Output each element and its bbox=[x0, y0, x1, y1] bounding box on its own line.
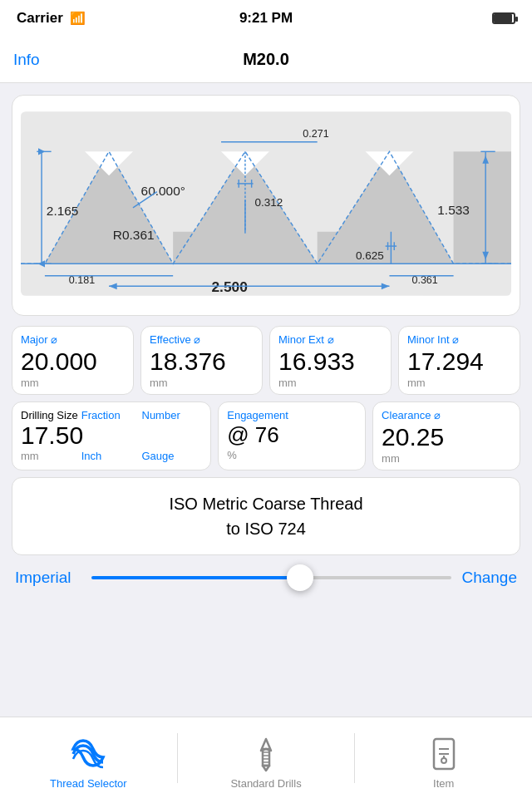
minor-ext-label: Minor Ext ⌀ bbox=[278, 333, 382, 346]
svg-text:0.181: 0.181 bbox=[69, 274, 95, 286]
svg-text:2.500: 2.500 bbox=[211, 278, 247, 295]
svg-text:0.361: 0.361 bbox=[411, 274, 437, 286]
number-label: Number bbox=[142, 409, 203, 421]
svg-text:2.165: 2.165 bbox=[47, 204, 79, 218]
svg-text:R0.361: R0.361 bbox=[113, 228, 155, 242]
slider-thumb[interactable] bbox=[287, 564, 313, 591]
tab-standard-drills-label: Standard Drills bbox=[230, 777, 301, 790]
engagement-card: Engagement @ 76 % bbox=[218, 401, 366, 470]
engagement-value: @ 76 bbox=[227, 423, 357, 447]
fraction-label: Fraction bbox=[81, 409, 142, 421]
description-card: ISO Metric Coarse Threadto ISO 724 bbox=[12, 477, 520, 555]
wifi-icon: 📶 bbox=[70, 11, 86, 26]
status-bar: Carrier 📶 9:21 PM bbox=[0, 0, 532, 37]
clearance-label: Clearance ⌀ bbox=[382, 409, 511, 421]
engagement-unit: % bbox=[227, 449, 357, 461]
clearance-card: Clearance ⌀ 20.25 mm bbox=[372, 401, 520, 470]
engagement-label: Engagement bbox=[227, 409, 357, 421]
svg-text:60.000°: 60.000° bbox=[141, 184, 185, 198]
number-unit: Gauge bbox=[142, 450, 203, 462]
tab-standard-drills[interactable]: Standard Drills bbox=[178, 726, 355, 790]
diagram-svg: 60.000° R0.361 2.165 0.181 0.271 bbox=[21, 104, 511, 303]
tab-bar: Thread Selector Standard Drills Item bbox=[0, 717, 532, 798]
svg-text:0.312: 0.312 bbox=[255, 196, 283, 209]
fraction-unit: Inch bbox=[81, 450, 142, 462]
minor-int-card: Minor Int ⌀ 17.294 mm bbox=[398, 326, 520, 395]
svg-text:1.533: 1.533 bbox=[437, 203, 470, 217]
clearance-value: 20.25 bbox=[382, 423, 511, 451]
clearance-unit: mm bbox=[382, 452, 511, 465]
unit-slider[interactable] bbox=[91, 576, 451, 579]
minor-int-value: 17.294 bbox=[407, 347, 511, 375]
carrier-label: Carrier bbox=[17, 10, 63, 27]
battery-icon bbox=[492, 12, 515, 24]
standard-drills-icon bbox=[246, 734, 286, 774]
drill-group-card: Drilling Size Fraction Number 17.50 mm I… bbox=[12, 401, 211, 470]
number-value bbox=[143, 430, 203, 450]
minor-ext-value: 16.933 bbox=[278, 347, 382, 375]
drilling-size-label: Drilling Size bbox=[21, 409, 81, 421]
minor-int-label: Minor Int ⌀ bbox=[407, 333, 511, 346]
effective-value: 18.376 bbox=[150, 347, 254, 375]
tab-thread-selector-label: Thread Selector bbox=[50, 777, 127, 790]
imperial-label: Imperial bbox=[15, 569, 81, 587]
effective-diameter-card: Effective ⌀ 18.376 mm bbox=[140, 326, 263, 395]
drilling-size-value: 17.50 bbox=[21, 421, 83, 450]
svg-text:0.271: 0.271 bbox=[303, 128, 328, 140]
tab-thread-selector[interactable]: Thread Selector bbox=[0, 726, 177, 790]
page-title: M20.0 bbox=[243, 50, 289, 69]
main-content: 60.000° R0.361 2.165 0.181 0.271 bbox=[0, 83, 532, 587]
nav-bar: Info M20.0 bbox=[0, 37, 532, 83]
metrics-row-1: Major ⌀ 20.000 mm Effective ⌀ 18.376 mm … bbox=[12, 326, 520, 395]
svg-rect-46 bbox=[263, 749, 269, 766]
svg-marker-47 bbox=[263, 766, 269, 771]
major-unit: mm bbox=[21, 377, 125, 389]
effective-label: Effective ⌀ bbox=[150, 333, 254, 346]
fraction-value bbox=[83, 430, 143, 450]
status-right bbox=[492, 12, 515, 24]
tab-item[interactable]: Item bbox=[355, 726, 532, 790]
minor-ext-unit: mm bbox=[278, 377, 382, 389]
major-diameter-card: Major ⌀ 20.000 mm bbox=[12, 326, 134, 395]
major-label: Major ⌀ bbox=[21, 333, 125, 346]
description-text: ISO Metric Coarse Threadto ISO 724 bbox=[169, 495, 362, 538]
effective-unit: mm bbox=[150, 377, 254, 389]
minor-ext-card: Minor Ext ⌀ 16.933 mm bbox=[269, 326, 392, 395]
major-value: 20.000 bbox=[21, 347, 125, 375]
minor-int-unit: mm bbox=[407, 377, 511, 389]
thread-diagram: 60.000° R0.361 2.165 0.181 0.271 bbox=[12, 95, 520, 316]
tab-item-label: Item bbox=[433, 777, 454, 790]
svg-text:0.625: 0.625 bbox=[356, 249, 384, 262]
thread-selector-icon bbox=[68, 734, 108, 774]
item-icon bbox=[424, 734, 464, 774]
change-button[interactable]: Change bbox=[461, 569, 517, 587]
status-left: Carrier 📶 bbox=[17, 10, 86, 27]
metrics-row-2: Drilling Size Fraction Number 17.50 mm I… bbox=[12, 401, 520, 470]
imperial-row: Imperial Change bbox=[12, 569, 520, 587]
drilling-size-unit: mm bbox=[21, 450, 81, 462]
svg-point-55 bbox=[441, 758, 446, 763]
back-button[interactable]: Info bbox=[13, 51, 40, 69]
status-time: 9:21 PM bbox=[239, 10, 293, 27]
